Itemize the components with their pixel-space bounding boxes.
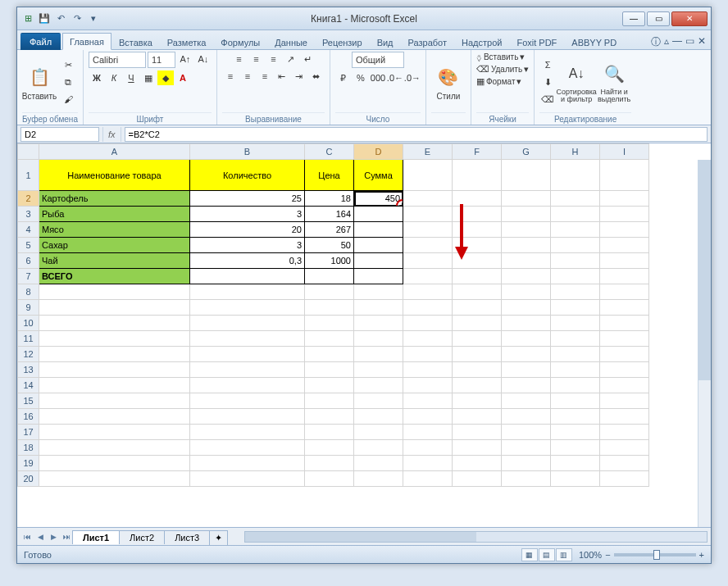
format-painter-icon[interactable]: 🖌 — [60, 92, 76, 107]
cell[interactable] — [305, 269, 354, 284]
insert-cells-icon[interactable]: ⎀ — [476, 52, 482, 62]
cell-selected[interactable]: 450✚ — [354, 191, 403, 207]
minimize-ribbon-icon[interactable]: ▵ — [664, 35, 669, 49]
zoom-slider[interactable] — [614, 553, 696, 556]
row-header[interactable]: 6 — [18, 253, 39, 269]
grow-font-icon[interactable]: A↑ — [177, 52, 193, 66]
copy-icon[interactable]: ⧉ — [60, 75, 76, 89]
align-middle-icon[interactable]: ≡ — [248, 52, 264, 66]
col-header-d[interactable]: D — [354, 144, 403, 160]
cell[interactable]: 18 — [305, 191, 354, 207]
col-header-c[interactable]: C — [305, 144, 354, 160]
merge-icon[interactable]: ⬌ — [308, 69, 325, 84]
next-sheet-icon[interactable]: ▶ — [47, 530, 60, 543]
align-right-icon[interactable]: ≡ — [257, 69, 273, 84]
prev-sheet-icon[interactable]: ◀ — [34, 530, 47, 543]
header-name[interactable]: Наименование товара — [39, 160, 190, 191]
header-qty[interactable]: Количество — [190, 160, 305, 191]
last-sheet-icon[interactable]: ⏭ — [60, 530, 73, 543]
tab-file[interactable]: Файл — [20, 33, 61, 50]
decrease-decimal-icon[interactable]: .0→ — [404, 70, 421, 85]
cell[interactable]: Мясо — [39, 222, 190, 238]
align-center-icon[interactable]: ≡ — [239, 69, 256, 84]
doc-close-icon[interactable]: ✕ — [698, 35, 706, 49]
row-header[interactable]: 19 — [18, 456, 39, 471]
row-header[interactable]: 3 — [18, 207, 39, 222]
close-button[interactable]: ✕ — [671, 11, 708, 26]
wrap-text-icon[interactable]: ↵ — [299, 52, 316, 66]
cell[interactable]: 3 — [190, 238, 305, 253]
autosum-icon[interactable]: Σ — [539, 57, 556, 72]
new-sheet-icon[interactable]: ✦ — [209, 530, 228, 545]
header-price[interactable]: Цена — [305, 160, 354, 191]
row-header[interactable]: 18 — [18, 440, 39, 456]
tab-layout[interactable]: Разметка — [160, 34, 214, 50]
tab-review[interactable]: Рецензир — [315, 34, 370, 50]
doc-min-icon[interactable]: — — [672, 35, 682, 49]
scrollbar-thumb[interactable] — [245, 532, 475, 542]
tab-insert[interactable]: Вставка — [111, 34, 160, 50]
increase-indent-icon[interactable]: ⇥ — [291, 69, 307, 84]
name-box[interactable]: D2 — [20, 127, 99, 142]
format-cells-icon[interactable]: ▦ — [476, 76, 485, 87]
formula-input[interactable]: =B2*C2 — [125, 127, 708, 142]
save-icon[interactable]: 💾 — [37, 11, 52, 26]
vertical-scrollbar[interactable] — [698, 160, 711, 527]
font-size-selector[interactable]: 11 — [148, 52, 175, 68]
zoom-out-icon[interactable]: − — [605, 550, 610, 560]
row-header[interactable]: 2 — [18, 191, 39, 207]
percent-icon[interactable]: % — [353, 70, 369, 85]
normal-view-icon[interactable]: ▦ — [521, 548, 538, 561]
increase-decimal-icon[interactable]: .0← — [387, 70, 403, 85]
cell[interactable] — [354, 207, 403, 222]
delete-cells-icon[interactable]: ⌫ — [476, 64, 489, 75]
qat-dropdown-icon[interactable]: ▾ — [86, 11, 101, 26]
col-header-f[interactable]: F — [453, 144, 502, 160]
tab-abbyy[interactable]: ABBYY PD — [564, 34, 624, 50]
tab-addins[interactable]: Надстрой — [454, 34, 509, 50]
row-header[interactable]: 1 — [18, 160, 39, 191]
sheet-tab[interactable]: Лист1 — [72, 530, 120, 544]
undo-icon[interactable]: ↶ — [53, 11, 68, 26]
select-all-corner[interactable] — [18, 144, 39, 160]
horizontal-scrollbar[interactable] — [244, 531, 708, 543]
help-icon[interactable]: ⓘ — [651, 35, 661, 49]
cell[interactable]: 25 — [190, 191, 305, 207]
fx-icon[interactable]: fx — [102, 127, 121, 142]
row-header[interactable]: 4 — [18, 222, 39, 238]
font-color-icon[interactable]: A — [175, 70, 191, 85]
col-header-a[interactable]: A — [39, 144, 190, 160]
page-break-icon[interactable]: ▥ — [556, 548, 572, 561]
cell[interactable] — [354, 253, 403, 269]
zoom-thumb[interactable] — [653, 550, 660, 560]
maximize-button[interactable]: ▭ — [647, 11, 670, 26]
row-header[interactable]: 9 — [18, 300, 39, 316]
spreadsheet-grid[interactable]: A B C D E F G H I 1 Наименование товара … — [17, 143, 711, 527]
cut-icon[interactable]: ✂ — [60, 57, 76, 72]
orientation-icon[interactable]: ↗ — [282, 52, 298, 66]
decrease-indent-icon[interactable]: ⇤ — [274, 69, 290, 84]
row-header[interactable]: 8 — [18, 284, 39, 300]
underline-icon[interactable]: Ч — [123, 70, 139, 85]
number-format-selector[interactable]: Общий — [352, 52, 404, 68]
shrink-font-icon[interactable]: A↓ — [195, 52, 212, 66]
cell[interactable]: Чай — [39, 253, 190, 269]
col-header-e[interactable]: E — [403, 144, 453, 160]
row-header[interactable]: 17 — [18, 425, 39, 440]
currency-icon[interactable]: ₽ — [335, 70, 352, 85]
row-header[interactable]: 14 — [18, 378, 39, 393]
cell[interactable]: 164 — [305, 207, 354, 222]
align-top-icon[interactable]: ≡ — [230, 52, 247, 66]
cell[interactable]: 50 — [305, 238, 354, 253]
zoom-in-icon[interactable]: + — [699, 550, 704, 560]
cell[interactable] — [354, 269, 403, 284]
tab-view[interactable]: Вид — [370, 34, 401, 50]
tab-home[interactable]: Главная — [62, 33, 111, 50]
sheet-tab[interactable]: Лист2 — [119, 530, 165, 544]
tab-developer[interactable]: Разработ — [401, 34, 454, 50]
tab-data[interactable]: Данные — [267, 34, 315, 50]
cell[interactable]: 0,3 — [190, 253, 305, 269]
align-left-icon[interactable]: ≡ — [222, 69, 239, 84]
cell[interactable]: 20 — [190, 222, 305, 238]
row-header[interactable]: 11 — [18, 331, 39, 347]
